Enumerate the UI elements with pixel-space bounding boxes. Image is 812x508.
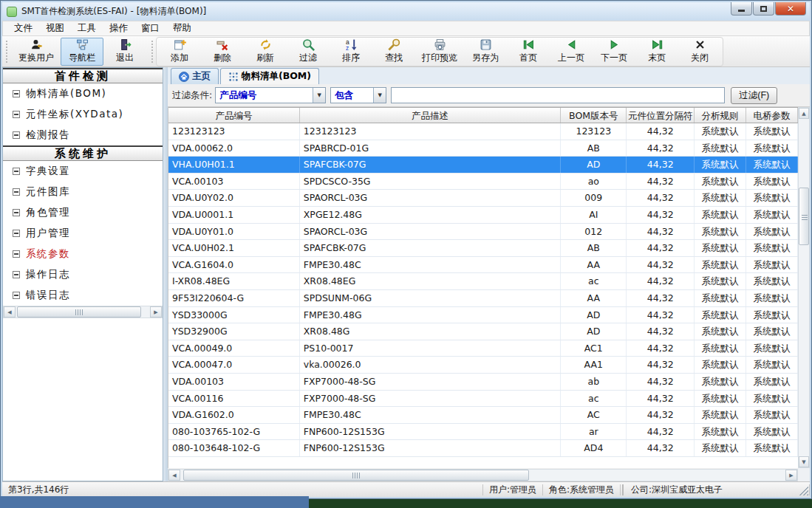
table-cell: 系统默认	[746, 224, 798, 240]
table-row[interactable]: VCA.00047.0vka.00026.0AA144,32系统默认系统默认	[168, 357, 798, 374]
sidebar-item-[interactable]: 检测报告	[3, 125, 163, 145]
exit-button[interactable]: 退出	[103, 38, 146, 66]
menu-item-5[interactable]: 窗口	[134, 21, 166, 36]
table-cell: 44,32	[627, 340, 695, 357]
filter-field-dropdown[interactable]: 产品编号 ▼	[215, 87, 326, 103]
save-as-button[interactable]: 另存为	[464, 38, 507, 65]
table-cell: 系统默认	[746, 374, 798, 390]
table-cell: 44,32	[627, 424, 695, 440]
user-switch-button[interactable]: 更换用户	[12, 38, 61, 66]
table-row[interactable]: 080-103765-102-GFNP600-12S153Gar44,32系统默…	[168, 424, 798, 441]
first-page-button[interactable]: 首页	[507, 38, 550, 65]
column-header-产品编号[interactable]: 产品编号	[168, 108, 300, 123]
table-row[interactable]: YSD32900GXR08.48GAD44,32系统默认系统默认	[168, 323, 798, 340]
table-row[interactable]: VCA.00049.0PS10-0017AC144,32系统默认系统默认	[168, 340, 798, 357]
navbar-button[interactable]: 导航栏	[61, 38, 103, 66]
scrollbar-thumb[interactable]	[799, 188, 809, 245]
table-row[interactable]: VDA.00062.0SPABRCD-01GAB44,32系统默认系统默认	[168, 140, 798, 157]
chevron-down-icon[interactable]: ▼	[313, 88, 325, 103]
table-row[interactable]: VDA.U0Y02.0SPAORCL-03G00944,32系统默认系统默认	[168, 190, 798, 207]
sidebar-item-xydata[interactable]: 元件坐标(XYData)	[3, 104, 163, 125]
toolbar-grip[interactable]	[150, 41, 154, 63]
sidebar-item-[interactable]: 字典设置	[3, 161, 163, 182]
table-row[interactable]: VCA.00103SPDCSCO-35Gao44,32系统默认系统默认	[168, 174, 798, 190]
scroll-up-icon[interactable]: ▲	[799, 108, 809, 119]
scrollbar-thumb[interactable]	[17, 306, 141, 318]
table-cell: YSD33000G	[168, 307, 300, 323]
table-row[interactable]: VDA.00103FXP7000-48-SGab44,32系统默认系统默认	[168, 374, 798, 391]
exit-icon	[119, 38, 132, 51]
close-button[interactable]: ✕	[775, 2, 806, 16]
table-cell: VDA.U0001.1	[168, 207, 300, 223]
close-button[interactable]: 关闭	[678, 38, 721, 65]
column-header-电桥参数[interactable]: 电桥参数	[746, 108, 798, 123]
table-row[interactable]: VCA.U0H02.1SPAFCBK-07GAB44,32系统默认系统默认	[168, 240, 798, 257]
table-cell: AC1	[561, 340, 627, 357]
print-preview-button[interactable]: 打印预览	[415, 38, 464, 65]
table-cell: 44,32	[627, 123, 695, 140]
sidebar-item-[interactable]: 操作日志	[3, 264, 163, 285]
scrollbar-thumb[interactable]	[183, 470, 529, 481]
sidebar-item-[interactable]: 角色管理	[3, 202, 163, 223]
find-button[interactable]: 查找	[372, 38, 415, 65]
next-page-button[interactable]: 下一页	[593, 38, 635, 65]
add-button[interactable]: 添加	[158, 38, 201, 65]
sidebar-item-bom[interactable]: 物料清单(BOM)	[3, 83, 163, 104]
table-row[interactable]: 9F53I220604-GSPDSUNM-06GAA44,32系统默认系统默认	[168, 290, 798, 307]
menu-item-1[interactable]: 文件	[7, 21, 39, 36]
sidebar-item-[interactable]: 元件图库	[3, 182, 163, 202]
minimize-button[interactable]	[731, 2, 752, 16]
menu-item-4[interactable]: 操作	[103, 21, 134, 36]
filter-operator-dropdown[interactable]: 包含 ▼	[330, 87, 386, 103]
sidebar-item-[interactable]: 错误日志	[3, 285, 163, 306]
table-row[interactable]: 12312312312312312312312344,32系统默认系统默认	[168, 123, 798, 140]
maximize-button[interactable]	[753, 2, 774, 16]
scroll-right-icon[interactable]: ▶	[785, 470, 797, 481]
toolbar-grip[interactable]	[4, 41, 8, 63]
tab-bom[interactable]: 物料清单(BOM)	[220, 68, 319, 84]
sidebar-item-[interactable]: 用户管理	[3, 223, 163, 244]
refresh-button[interactable]: 刷新	[244, 38, 287, 65]
column-header-产品描述[interactable]: 产品描述	[300, 108, 562, 123]
column-header-分析规则[interactable]: 分析规则	[695, 108, 746, 123]
table-horizontal-scrollbar[interactable]: ◀ ▶	[168, 469, 798, 481]
table-cell: 44,32	[627, 174, 695, 190]
table-row[interactable]: VCA.00116FXP7000-48-SGac44,32系统默认系统默认	[168, 391, 798, 408]
column-header-元件位置分隔符[interactable]: 元件位置分隔符	[627, 108, 695, 123]
filter-apply-button[interactable]: 过滤(F)	[731, 87, 777, 104]
sidebar-item-label: 操作日志	[26, 268, 70, 281]
table-row[interactable]: VDA.U0Y01.0SPAORCL-03G01244,32系统默认系统默认	[168, 224, 798, 241]
delete-button[interactable]: 删除	[201, 38, 244, 65]
sidebar-item-[interactable]: 系统参数	[3, 244, 163, 264]
menu-item-6[interactable]: 帮助	[166, 21, 198, 36]
filter-value-input[interactable]	[391, 87, 725, 103]
last-page-button[interactable]: 末页	[635, 38, 678, 65]
table-row[interactable]: I-XR08.48EGXR08.48EGac44,32系统默认系统默认	[168, 273, 798, 290]
menu-item-2[interactable]: 视图	[39, 21, 71, 36]
filter-button[interactable]: 过滤	[287, 38, 330, 65]
table-row[interactable]: VDA.U0001.1XPGE12.48GAI44,32系统默认系统默认	[168, 207, 798, 224]
table-row[interactable]: VCA.G1604.0FMPE30.48CAA44,32系统默认系统默认	[168, 257, 798, 274]
tab-[interactable]: 主页	[171, 68, 219, 84]
scroll-down-icon[interactable]: ▼	[799, 456, 809, 467]
chevron-down-icon[interactable]: ▼	[373, 88, 386, 103]
table-cell: 012	[561, 224, 627, 240]
table-cell: AD	[561, 307, 627, 323]
column-header-bom版本号[interactable]: BOM版本号	[561, 108, 627, 123]
scroll-left-icon[interactable]: ◀	[168, 470, 180, 481]
table-cell: SPAFCBK-07G	[300, 240, 562, 256]
prev-page-button[interactable]: 上一页	[550, 38, 593, 65]
table-row[interactable]: VDA.G1602.0FMPE30.48CAC44,32系统默认系统默认	[168, 407, 798, 424]
scroll-right-icon[interactable]: ▶	[150, 306, 162, 318]
table-vertical-scrollbar[interactable]: ▲ ▼	[798, 107, 810, 468]
table-row[interactable]: YSD33000GFMPE30.48GAD44,32系统默认系统默认	[168, 307, 798, 324]
sidebar-horizontal-scrollbar[interactable]: ◀ ▶	[3, 306, 163, 318]
sort-button[interactable]: az排序	[330, 38, 372, 65]
resize-grip[interactable]	[799, 486, 808, 495]
menu-item-3[interactable]: 工具	[71, 21, 103, 36]
scroll-left-icon[interactable]: ◀	[4, 306, 16, 318]
table-cell: AD	[561, 323, 627, 340]
table-row[interactable]: VHA.U0H01.1SPAFCBK-07GAD44,32系统默认系统默认	[168, 157, 798, 174]
table-row[interactable]: 080-103648-102-GFNP600-12S153GAD444,32系统…	[168, 440, 798, 457]
table-cell: FNP600-12S153G	[300, 440, 562, 456]
